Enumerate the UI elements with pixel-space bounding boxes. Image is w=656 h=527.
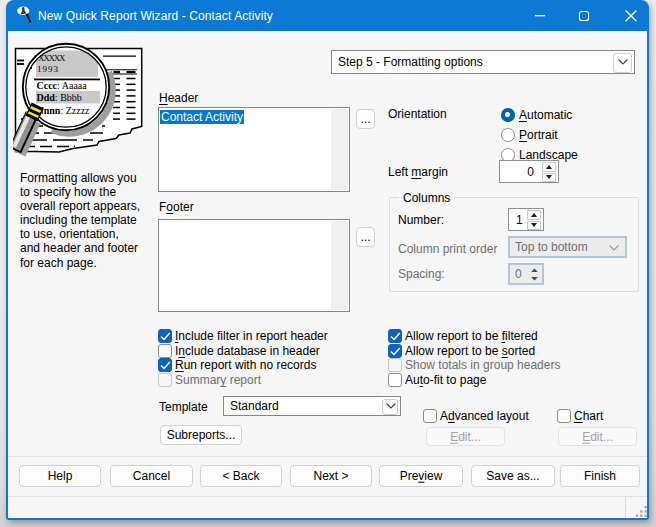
- svg-text:Cccc: Aaaaa: Cccc: Aaaaa: [37, 80, 88, 91]
- svg-text:1993: 1993: [37, 64, 59, 74]
- svg-text:Nnnn: Zzzzz: Nnnn: Zzzzz: [37, 105, 91, 116]
- svg-text:Ddd: Bbbb: Ddd: Bbbb: [37, 92, 82, 103]
